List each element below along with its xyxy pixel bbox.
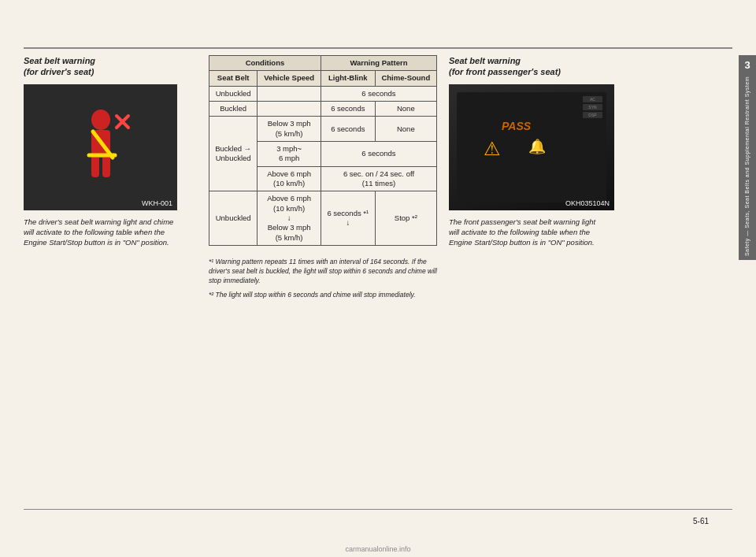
footnote-2: *² The light will stop within 6 seconds … bbox=[209, 291, 437, 300]
warning-light-symbol: ⚠ bbox=[484, 138, 501, 160]
cell-unbuckled-2: Unbuckled bbox=[209, 191, 258, 246]
table-row: Unbuckled 6 seconds bbox=[209, 86, 437, 101]
cell-stop-footnote: Stop *² bbox=[375, 191, 436, 246]
light-blink-subheader: Light-Blink bbox=[321, 71, 375, 86]
warning-pattern-header: Warning Pattern bbox=[321, 56, 436, 71]
cell-buckled: Buckled bbox=[209, 102, 258, 117]
passenger-seatbelt-image: AC SYN DSP PASS ⚠ 🔔 OKH035104N bbox=[449, 84, 614, 210]
middle-section: Conditions Warning Pattern Seat Belt Veh… bbox=[197, 55, 449, 506]
cell-below3mph: Below 3 mph(5 km/h) bbox=[258, 117, 321, 142]
warning-pattern-table: Conditions Warning Pattern Seat Belt Veh… bbox=[209, 55, 437, 246]
left-section-title: Seat belt warning(for driver's seat) bbox=[24, 55, 197, 78]
bottom-divider bbox=[24, 509, 732, 510]
cell-none-2: None bbox=[375, 117, 436, 142]
cell-none-1: None bbox=[375, 102, 436, 117]
cell-6seconds-4: 6 seconds bbox=[321, 142, 436, 167]
site-watermark: carmanualonline.info bbox=[345, 545, 410, 553]
table-row: Buckled 6 seconds None bbox=[209, 102, 437, 117]
cell-6sec-24sec: 6 sec. on / 24 sec. off(11 times) bbox=[321, 166, 436, 191]
cell-above6mph-below3mph: Above 6 mph(10 km/h)↓Below 3 mph(5 km/h) bbox=[258, 191, 321, 246]
left-caption: The driver's seat belt warning light and… bbox=[24, 217, 177, 248]
right-image-watermark: OKH035104N bbox=[565, 199, 610, 207]
table-row: Buckled →Unbuckled Below 3 mph(5 km/h) 6… bbox=[209, 117, 437, 142]
right-section-title: Seat belt warning(for front passenger's … bbox=[449, 55, 732, 78]
cell-above6mph-1: Above 6 mph(10 km/h) bbox=[258, 166, 321, 191]
page-number: 5-61 bbox=[693, 517, 709, 525]
cell-empty bbox=[258, 86, 321, 101]
seatbelt-warning-icon bbox=[69, 104, 132, 191]
cell-6seconds-3: 6 seconds bbox=[321, 117, 375, 142]
dashboard-simulation: AC SYN DSP PASS ⚠ 🔔 bbox=[449, 84, 614, 210]
svg-rect-3 bbox=[102, 155, 110, 177]
right-caption: The front passenger's seat belt warning … bbox=[449, 217, 602, 248]
chapter-number: 3 bbox=[744, 59, 750, 71]
left-image-watermark: WKH-001 bbox=[142, 199, 172, 207]
vehicle-speed-subheader: Vehicle Speed bbox=[258, 71, 321, 86]
svg-rect-2 bbox=[91, 155, 99, 177]
chime-sound-subheader: Chime-Sound bbox=[375, 71, 436, 86]
footnote-1: *¹ Warning pattern repeats 11 times with… bbox=[209, 258, 437, 286]
cell-6seconds-footnote: 6 seconds *¹↓ bbox=[321, 191, 375, 246]
pass-display: PASS bbox=[502, 120, 531, 132]
left-section: Seat belt warning(for driver's seat) WKH… bbox=[24, 55, 197, 506]
seat-belt-subheader: Seat Belt bbox=[209, 71, 258, 86]
chapter-label: Safety — Seats, Seat Belts and Supplemen… bbox=[744, 76, 750, 256]
cell-6seconds-1: 6 seconds bbox=[321, 86, 436, 101]
cell-buckled-unbuckled: Buckled →Unbuckled bbox=[209, 117, 258, 191]
driver-seatbelt-image: WKH-001 bbox=[24, 84, 177, 210]
cell-unbuckled: Unbuckled bbox=[209, 86, 258, 101]
cell-6seconds-2: 6 seconds bbox=[321, 102, 375, 117]
cell-empty2 bbox=[258, 102, 321, 117]
conditions-header: Conditions bbox=[209, 56, 321, 71]
cell-3to6mph: 3 mph~6 mph bbox=[258, 142, 321, 167]
table-row: Unbuckled Above 6 mph(10 km/h)↓Below 3 m… bbox=[209, 191, 437, 246]
main-content: Seat belt warning(for driver's seat) WKH… bbox=[24, 55, 732, 506]
seatbelt-indicator: 🔔 bbox=[528, 138, 546, 155]
right-section: Seat belt warning(for front passenger's … bbox=[449, 55, 732, 506]
svg-point-0 bbox=[91, 110, 110, 130]
top-divider bbox=[24, 47, 732, 49]
chapter-tab: 3 Safety — Seats, Seat Belts and Supplem… bbox=[739, 55, 756, 260]
